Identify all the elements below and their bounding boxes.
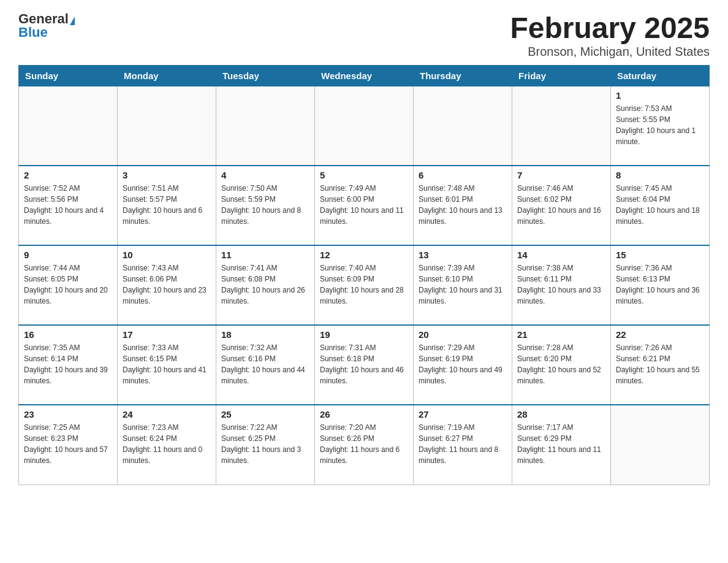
calendar-cell <box>216 86 315 166</box>
calendar-cell <box>19 86 118 166</box>
day-info: Sunrise: 7:44 AMSunset: 6:05 PMDaylight:… <box>24 262 112 307</box>
calendar-cell: 8Sunrise: 7:45 AMSunset: 6:04 PMDaylight… <box>611 166 710 245</box>
calendar-cell: 5Sunrise: 7:49 AMSunset: 6:00 PMDaylight… <box>315 166 414 245</box>
day-info: Sunrise: 7:23 AMSunset: 6:24 PMDaylight:… <box>123 422 211 466</box>
day-number: 14 <box>517 250 605 260</box>
day-number: 16 <box>24 329 112 340</box>
day-number: 27 <box>419 409 507 419</box>
calendar-header-thursday: Thursday <box>414 65 512 86</box>
day-number: 28 <box>517 409 605 419</box>
calendar-header-wednesday: Wednesday <box>315 65 414 86</box>
day-number: 17 <box>123 329 211 340</box>
day-info: Sunrise: 7:17 AMSunset: 6:29 PMDaylight:… <box>517 422 605 466</box>
calendar-cell: 28Sunrise: 7:17 AMSunset: 6:29 PMDayligh… <box>512 405 611 484</box>
day-info: Sunrise: 7:52 AMSunset: 5:56 PMDaylight:… <box>24 183 112 227</box>
day-info: Sunrise: 7:48 AMSunset: 6:01 PMDaylight:… <box>419 183 507 227</box>
month-title: February 2025 <box>510 12 710 45</box>
day-number: 5 <box>320 170 408 180</box>
day-number: 15 <box>616 250 704 260</box>
calendar-cell: 7Sunrise: 7:46 AMSunset: 6:02 PMDaylight… <box>512 166 611 245</box>
logo-general-line: General <box>18 12 75 26</box>
calendar-cell: 22Sunrise: 7:26 AMSunset: 6:21 PMDayligh… <box>611 325 710 405</box>
calendar-table: SundayMondayTuesdayWednesdayThursdayFrid… <box>18 65 710 485</box>
calendar-cell: 20Sunrise: 7:29 AMSunset: 6:19 PMDayligh… <box>414 325 512 405</box>
day-info: Sunrise: 7:20 AMSunset: 6:26 PMDaylight:… <box>320 422 408 466</box>
day-number: 4 <box>221 170 309 180</box>
calendar-week-row: 9Sunrise: 7:44 AMSunset: 6:05 PMDaylight… <box>19 245 710 325</box>
day-number: 21 <box>517 329 605 340</box>
calendar-cell: 18Sunrise: 7:32 AMSunset: 6:16 PMDayligh… <box>216 325 315 405</box>
day-info: Sunrise: 7:51 AMSunset: 5:57 PMDaylight:… <box>123 183 211 227</box>
day-info: Sunrise: 7:41 AMSunset: 6:08 PMDaylight:… <box>221 262 309 307</box>
calendar-cell: 4Sunrise: 7:50 AMSunset: 5:59 PMDaylight… <box>216 166 315 245</box>
logo-blue-text: Blue <box>18 26 48 39</box>
day-number: 22 <box>616 329 704 340</box>
calendar-cell <box>611 405 710 484</box>
calendar-header-row: SundayMondayTuesdayWednesdayThursdayFrid… <box>19 65 710 86</box>
day-number: 18 <box>221 329 309 340</box>
day-info: Sunrise: 7:39 AMSunset: 6:10 PMDaylight:… <box>419 262 507 307</box>
day-info: Sunrise: 7:35 AMSunset: 6:14 PMDaylight:… <box>24 342 112 386</box>
day-number: 19 <box>320 329 408 340</box>
calendar-cell: 26Sunrise: 7:20 AMSunset: 6:26 PMDayligh… <box>315 405 414 484</box>
day-info: Sunrise: 7:50 AMSunset: 5:59 PMDaylight:… <box>221 183 309 227</box>
day-info: Sunrise: 7:32 AMSunset: 6:16 PMDaylight:… <box>221 342 309 386</box>
logo-triangle-icon <box>70 17 75 25</box>
calendar-cell: 14Sunrise: 7:38 AMSunset: 6:11 PMDayligh… <box>512 245 611 325</box>
calendar-cell: 11Sunrise: 7:41 AMSunset: 6:08 PMDayligh… <box>216 245 315 325</box>
calendar-cell: 25Sunrise: 7:22 AMSunset: 6:25 PMDayligh… <box>216 405 315 484</box>
calendar-header-tuesday: Tuesday <box>216 65 315 86</box>
calendar-cell: 21Sunrise: 7:28 AMSunset: 6:20 PMDayligh… <box>512 325 611 405</box>
day-number: 1 <box>616 90 704 101</box>
calendar-cell: 27Sunrise: 7:19 AMSunset: 6:27 PMDayligh… <box>414 405 512 484</box>
day-number: 20 <box>419 329 507 340</box>
calendar-cell <box>512 86 611 166</box>
day-info: Sunrise: 7:36 AMSunset: 6:13 PMDaylight:… <box>616 262 704 307</box>
calendar-header-friday: Friday <box>512 65 611 86</box>
day-number: 12 <box>320 250 408 260</box>
calendar-cell: 10Sunrise: 7:43 AMSunset: 6:06 PMDayligh… <box>118 245 216 325</box>
day-number: 13 <box>419 250 507 260</box>
day-number: 7 <box>517 170 605 180</box>
day-number: 24 <box>123 409 211 419</box>
day-number: 2 <box>24 170 112 180</box>
day-info: Sunrise: 7:43 AMSunset: 6:06 PMDaylight:… <box>123 262 211 307</box>
calendar-week-row: 2Sunrise: 7:52 AMSunset: 5:56 PMDaylight… <box>19 166 710 245</box>
calendar-cell: 1Sunrise: 7:53 AMSunset: 5:55 PMDaylight… <box>611 86 710 166</box>
calendar-header-sunday: Sunday <box>19 65 118 86</box>
day-info: Sunrise: 7:45 AMSunset: 6:04 PMDaylight:… <box>616 183 704 227</box>
logo: General Blue <box>18 12 75 39</box>
day-info: Sunrise: 7:46 AMSunset: 6:02 PMDaylight:… <box>517 183 605 227</box>
calendar-cell: 19Sunrise: 7:31 AMSunset: 6:18 PMDayligh… <box>315 325 414 405</box>
calendar-cell: 16Sunrise: 7:35 AMSunset: 6:14 PMDayligh… <box>19 325 118 405</box>
calendar-cell: 24Sunrise: 7:23 AMSunset: 6:24 PMDayligh… <box>118 405 216 484</box>
calendar-cell <box>414 86 512 166</box>
calendar-cell: 3Sunrise: 7:51 AMSunset: 5:57 PMDaylight… <box>118 166 216 245</box>
day-info: Sunrise: 7:28 AMSunset: 6:20 PMDaylight:… <box>517 342 605 386</box>
title-block: February 2025 Bronson, Michigan, United … <box>510 12 710 59</box>
day-number: 9 <box>24 250 112 260</box>
day-number: 10 <box>123 250 211 260</box>
calendar-header-monday: Monday <box>118 65 216 86</box>
day-info: Sunrise: 7:29 AMSunset: 6:19 PMDaylight:… <box>419 342 507 386</box>
location-text: Bronson, Michigan, United States <box>510 45 710 59</box>
day-info: Sunrise: 7:33 AMSunset: 6:15 PMDaylight:… <box>123 342 211 386</box>
day-info: Sunrise: 7:49 AMSunset: 6:00 PMDaylight:… <box>320 183 408 227</box>
calendar-cell: 2Sunrise: 7:52 AMSunset: 5:56 PMDaylight… <box>19 166 118 245</box>
day-number: 3 <box>123 170 211 180</box>
calendar-cell: 23Sunrise: 7:25 AMSunset: 6:23 PMDayligh… <box>19 405 118 484</box>
calendar-cell: 13Sunrise: 7:39 AMSunset: 6:10 PMDayligh… <box>414 245 512 325</box>
day-info: Sunrise: 7:40 AMSunset: 6:09 PMDaylight:… <box>320 262 408 307</box>
day-number: 8 <box>616 170 704 180</box>
calendar-week-row: 1Sunrise: 7:53 AMSunset: 5:55 PMDaylight… <box>19 86 710 166</box>
day-number: 11 <box>221 250 309 260</box>
calendar-week-row: 16Sunrise: 7:35 AMSunset: 6:14 PMDayligh… <box>19 325 710 405</box>
calendar-week-row: 23Sunrise: 7:25 AMSunset: 6:23 PMDayligh… <box>19 405 710 484</box>
day-number: 23 <box>24 409 112 419</box>
day-info: Sunrise: 7:53 AMSunset: 5:55 PMDaylight:… <box>616 103 704 147</box>
calendar-cell: 6Sunrise: 7:48 AMSunset: 6:01 PMDaylight… <box>414 166 512 245</box>
calendar-cell: 17Sunrise: 7:33 AMSunset: 6:15 PMDayligh… <box>118 325 216 405</box>
day-info: Sunrise: 7:22 AMSunset: 6:25 PMDaylight:… <box>221 422 309 466</box>
page-header: General Blue February 2025 Bronson, Mich… <box>18 12 710 59</box>
day-number: 26 <box>320 409 408 419</box>
